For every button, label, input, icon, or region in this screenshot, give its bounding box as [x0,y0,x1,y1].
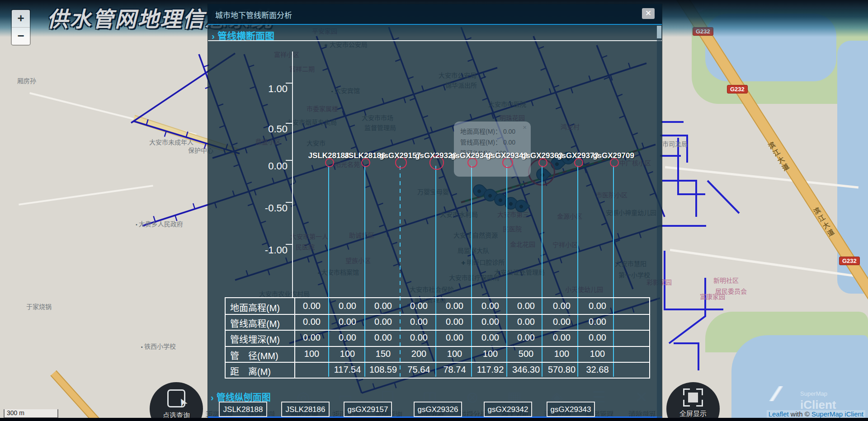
point-select-icon: ➤ [167,389,185,407]
map-popup: × 地面高程(M)： 0.00管线高程(M)： 0.00管径(MM)： 100 [454,122,531,177]
table-cell: 0.00 [589,317,606,327]
table-cell: 100 [483,349,498,359]
table-cell: 100 [304,349,319,359]
table-row-divider [226,314,649,315]
popup-row: 地面高程(M)： 0.00 [460,126,531,137]
table-cell: 0.00 [553,317,571,327]
pipe-button-gsGX29343[interactable]: gsGX29343 [547,402,595,417]
table-cell: 0.00 [410,301,428,311]
y-axis-label: 1.00 [240,83,288,95]
point-label: JSLK28188 [308,151,349,160]
divider [208,40,662,41]
table-cell: 117.54 [334,365,361,375]
table-cell: 0.00 [481,301,499,311]
pipe-button-gsGX29342[interactable]: gsGX29342 [484,402,532,417]
y-axis-label: 0.50 [240,123,288,135]
pipe-button-gsGX29326[interactable]: gsGX29326 [414,402,462,417]
table-row-divider [226,362,649,363]
table-cell: 100 [554,349,569,359]
table-cell: 150 [376,349,391,359]
table-row-label: 管线埋深(M) [230,332,293,346]
dialog-header[interactable]: 城市地下管线断面分析 ✕ [208,4,662,25]
dialog-title: 城市地下管线断面分析 [215,9,292,20]
table-cell: 346.30 [512,365,540,375]
table-cell: 0.00 [589,301,606,311]
close-icon[interactable]: ✕ [642,8,655,19]
scrollbar-track[interactable] [657,25,661,421]
table-cell: 500 [519,349,533,359]
chevron-right-icon: › [211,393,214,402]
cross-section-table: 地面高程(M)0.000.000.000.000.000.000.000.000… [225,297,650,379]
point-label: gsGX29326 [415,151,457,160]
table-cell: 0.00 [374,301,392,311]
point-label: gsGX29157 [379,151,421,160]
toolbar-item-13[interactable]: 全屏显示 [672,388,714,418]
table-cell: 0.00 [410,332,428,343]
table-cell: 0.00 [303,332,321,343]
pipe-button-JSLK28188[interactable]: JSLK28188 [219,402,267,417]
table-cell: 200 [411,349,426,359]
table-cell: 0.00 [374,317,392,327]
table-cell: 0.00 [481,317,499,327]
table-cell: 0.00 [410,317,428,327]
table-cell: 0.00 [517,332,535,343]
table-cell: 0.00 [446,301,463,311]
table-row-label: 管线高程(M) [230,317,293,330]
table-cell: 0.00 [481,332,499,343]
popup-close-icon[interactable]: × [523,123,527,131]
cross-section-dialog: 城市地下管线断面分析 ✕ ›管线横断面图 1.000.500.00-0.50-1… [208,4,662,421]
table-cell: 0.00 [374,332,392,343]
table-row-label: 距 离(M) [230,365,293,378]
table-label-divider [294,298,295,378]
table-cell: 100 [340,349,355,359]
screen: G232G232G232滨江大道滨江大道厢房孙大安市未成年人保护中心•大贵乡人民… [0,0,868,421]
chart-y-axis [292,51,293,298]
table-cell: 100 [590,349,605,359]
table-cell: 78.74 [443,365,466,375]
table-cell: 100 [447,349,462,359]
point-label: gsGX29363 [521,151,563,160]
y-axis-tick [286,202,292,203]
table-cell: 0.00 [303,301,321,311]
table-cell: 0.00 [303,317,321,327]
toolbar-label: 全屏显示 [672,408,714,418]
popup-row: 管线高程(M)： 0.00 [460,137,531,148]
table-cell: 0.00 [339,317,356,327]
table-cell: 0.00 [339,332,356,343]
point-label: gsGX29709 [593,151,634,160]
bottom-strip [0,418,868,421]
table-cell: 75.64 [407,365,430,375]
table-row-label: 管 径(MM) [230,349,293,362]
table-cell: 570.80 [548,365,576,375]
table-row-divider [226,330,649,331]
y-axis-label: 0.00 [240,160,288,172]
scrollbar-thumb[interactable] [657,26,661,38]
table-cell: 108.59 [369,365,397,375]
point-label: gsGX29373 [557,151,599,160]
table-cell: 0.00 [517,301,535,311]
pipe-button-gsGX29157[interactable]: gsGX29157 [344,402,392,417]
table-cell: 0.00 [553,301,571,311]
y-axis-label: -0.50 [240,202,288,214]
fullscreen-icon [683,388,703,407]
toolbar-item-1[interactable]: ➤点选查询 [156,388,197,420]
chevron-right-icon: › [212,31,215,41]
y-axis-label: -1.00 [240,244,288,256]
pipe-button-JSLK28186[interactable]: JSLK28186 [281,402,330,417]
table-cell: 0.00 [446,332,463,343]
table-cell: 0.00 [589,332,606,343]
y-axis-tick [286,123,292,124]
table-row-label: 地面高程(M) [230,301,293,314]
table-cell: 0.00 [517,317,535,327]
table-cell: 117.92 [477,365,504,375]
table-row-divider [226,346,649,347]
table-cell: 32.68 [586,365,609,375]
table-cell: 0.00 [339,301,356,311]
table-cell: 0.00 [446,317,463,327]
y-axis-tick [286,83,292,84]
y-axis-tick [286,160,292,161]
table-cell: 0.00 [553,332,571,343]
y-axis-tick [286,244,292,245]
